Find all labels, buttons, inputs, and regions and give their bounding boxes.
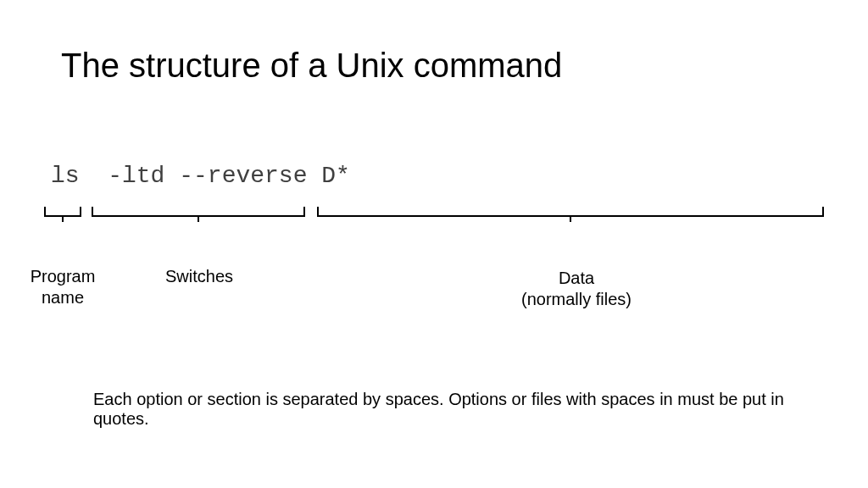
bracket-data <box>317 207 824 217</box>
command-example: ls -ltd --reverse D* <box>51 163 350 189</box>
slide-title: The structure of a Unix command <box>61 47 562 85</box>
label-data: Data(normally files) <box>500 268 653 310</box>
footnote-text: Each option or section is separated by s… <box>93 390 797 429</box>
label-program: Programname <box>24 266 102 308</box>
label-switches: Switches <box>153 266 246 287</box>
bracket-switches <box>92 207 305 217</box>
bracket-program <box>44 207 81 217</box>
